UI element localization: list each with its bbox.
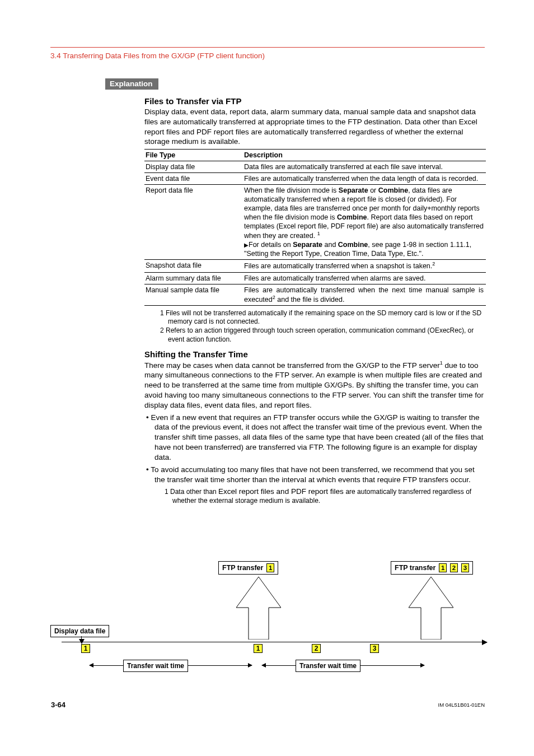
td-filetype: Snapshot data file — [144, 260, 243, 272]
ftp-transfer-box-2: FTP transfer 1 2 3 — [391, 561, 473, 575]
td-desc: Files are automatically transferred when… — [243, 284, 486, 305]
txt: For details on — [249, 241, 293, 249]
bold-combine: Combine — [378, 186, 408, 194]
td-desc: Files are automatically transferred when… — [243, 260, 486, 272]
shift-paragraph: There may be cases when data cannot be t… — [144, 360, 486, 410]
table-row: Display data file Data files are automat… — [144, 161, 486, 173]
sub-footnote-1: 1 Data other than Excel report files and… — [165, 487, 486, 505]
up-arrow-icon — [409, 577, 453, 640]
td-desc: Data files are automatically transferred… — [243, 161, 486, 173]
ftp-transfer-box-1: FTP transfer 1 — [218, 561, 278, 575]
sup-2: 2 — [432, 261, 435, 267]
page-number: 3-64 — [51, 701, 65, 709]
table-row: Manual sample data file Files are automa… — [144, 284, 486, 305]
bullet-item: Even if a new event that requires an FTP… — [144, 413, 486, 463]
bold-combine: Combine — [337, 213, 367, 221]
sup-1: 1 — [317, 231, 320, 236]
files-paragraph: Display data, event data, report data, a… — [144, 107, 486, 147]
svg-marker-1 — [409, 577, 453, 640]
breadcrumb: 3.4 Transferring Data Files from the GX/… — [50, 52, 265, 60]
table-row: Alarm summary data file Files are automa… — [144, 272, 486, 284]
shift-heading: Shifting the Transfer Time — [144, 349, 486, 359]
explanation-badge: Explanation — [105, 78, 158, 90]
ftp-tag-1: 1 — [266, 563, 274, 572]
td-filetype: Report data file — [144, 185, 243, 260]
txt: Excel report files and PDF report files — [218, 487, 345, 496]
txt: When the file division mode is — [244, 186, 339, 194]
td-desc: When the file division mode is Separate … — [243, 185, 486, 260]
footnote-2: 2 Refers to an action triggered through … — [160, 326, 486, 344]
table-footnotes: 1 Files will not be transferred automati… — [144, 309, 486, 344]
txt: 1 Data other than — [165, 488, 218, 496]
table-row: Snapshot data file Files are automatical… — [144, 260, 486, 272]
ftp-tag-2: 2 — [450, 563, 458, 572]
triangle-icon: ▶ — [244, 242, 249, 248]
ftp-transfer-label: FTP transfer — [395, 564, 435, 572]
bullet-item: To avoid accumulating too many files tha… — [144, 465, 486, 485]
file-tag-1b: 1 — [254, 644, 263, 653]
bold-combine: Combine — [338, 241, 368, 249]
file-type-table: File Type Description Display data file … — [144, 149, 486, 305]
th-filetype: File Type — [144, 150, 243, 161]
top-divider — [50, 47, 485, 48]
ftp-tag-1: 1 — [439, 563, 447, 572]
wait-time-label-2: Transfer wait time — [296, 660, 360, 672]
doc-id: IM 04L51B01-01EN — [438, 702, 485, 708]
ftp-tag-3: 3 — [461, 563, 469, 572]
wait-time-label-1: Transfer wait time — [123, 660, 188, 672]
bold-separate: Separate — [339, 186, 368, 194]
footnote-1: 1 Files will not be transferred automati… — [160, 309, 486, 326]
th-description: Description — [243, 150, 486, 161]
td-filetype: Manual sample data file — [144, 284, 243, 305]
txt: Files are automatically transferred when… — [244, 263, 432, 270]
main-content: Explanation Files to Transfer via FTP Di… — [144, 78, 486, 506]
file-tag-1: 1 — [81, 644, 90, 653]
td-desc: Files are automatically transferred when… — [243, 272, 486, 284]
txt: and — [322, 241, 338, 249]
file-tag-3: 3 — [370, 644, 379, 653]
td-desc: Files are automatically transferred when… — [243, 173, 486, 185]
txt: and the file is divided. — [275, 296, 345, 304]
td-filetype: Alarm summary data file — [144, 272, 243, 284]
time-axis-arrowhead-icon — [482, 640, 488, 645]
up-arrow-icon — [236, 577, 281, 640]
txt: or — [368, 186, 378, 194]
td-filetype: Display data file — [144, 161, 243, 173]
table-header-row: File Type Description — [144, 150, 486, 161]
td-filetype: Event data file — [144, 173, 243, 185]
time-axis — [62, 642, 487, 642]
table-row: Event data file Files are automatically … — [144, 173, 486, 185]
bold-separate: Separate — [293, 241, 322, 249]
transfer-timing-diagram: Display data file 1 1 2 3 Transfer wait … — [50, 560, 487, 689]
display-data-file-box: Display data file — [50, 625, 109, 637]
txt: There may be cases when data cannot be t… — [144, 361, 440, 370]
file-tag-2: 2 — [312, 644, 321, 653]
files-heading: Files to Transfer via FTP — [144, 96, 486, 106]
ftp-transfer-label: FTP transfer — [222, 564, 263, 572]
table-row: Report data file When the file division … — [144, 185, 486, 260]
svg-marker-0 — [236, 577, 281, 640]
page: 3.4 Transferring Data Files from the GX/… — [0, 0, 534, 756]
